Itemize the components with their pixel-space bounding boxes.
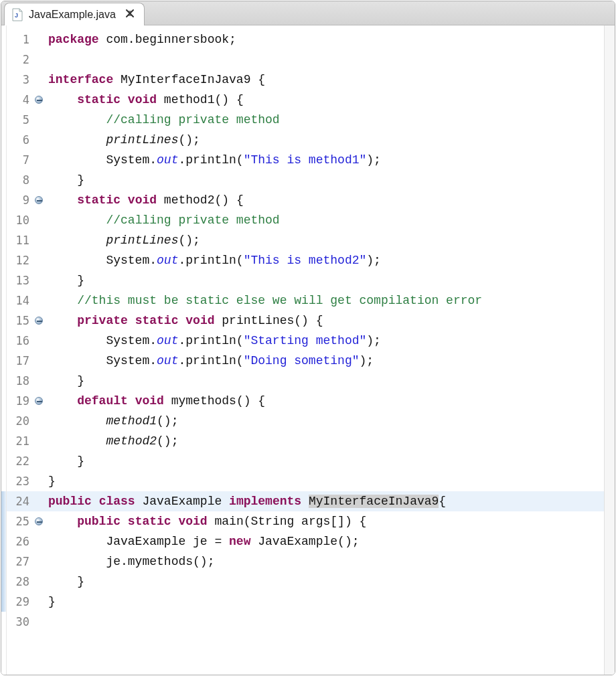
code-line[interactable]: 9 static void method2() {	[7, 190, 604, 210]
code-line[interactable]: 7 System.out.println("This is method1");	[7, 150, 604, 170]
code-text[interactable]: System.out.println("Starting method");	[44, 331, 604, 351]
code-line[interactable]: 27 je.mymethods();	[7, 552, 604, 572]
line-number: 15	[7, 314, 33, 327]
fold-collapse-icon[interactable]	[35, 196, 43, 204]
code-text[interactable]: }	[44, 451, 604, 471]
code-line[interactable]: 2	[7, 50, 604, 70]
code-text[interactable]: }	[44, 270, 604, 290]
line-number: 28	[7, 575, 33, 588]
code-text[interactable]: }	[44, 371, 604, 391]
code-line[interactable]: 21 method2();	[7, 431, 604, 451]
code-line[interactable]: 20 method1();	[7, 411, 604, 431]
editor-frame: J JavaExample.java 1package com.beginner…	[1, 1, 615, 675]
line-number: 8	[7, 173, 33, 187]
code-text[interactable]: je.mymethods();	[44, 552, 604, 572]
code-text[interactable]: package com.beginnersbook;	[44, 29, 604, 50]
code-lines[interactable]: 1package com.beginnersbook;23interface M…	[7, 25, 604, 675]
line-number: 5	[7, 113, 33, 126]
code-text[interactable]: method1();	[44, 411, 604, 431]
code-text[interactable]: static void method2() {	[44, 190, 604, 210]
code-line[interactable]: 19 default void mymethods() {	[7, 391, 604, 411]
line-number: 3	[7, 73, 33, 86]
code-line[interactable]: 30	[7, 612, 604, 632]
line-number: 20	[7, 414, 33, 428]
code-text[interactable]: default void mymethods() {	[44, 391, 604, 411]
fold-collapse-icon[interactable]	[35, 317, 43, 325]
line-number: 19	[7, 394, 33, 408]
line-number: 23	[7, 475, 33, 488]
line-number: 4	[7, 93, 33, 106]
code-text[interactable]: }	[44, 471, 604, 491]
code-line[interactable]: 15 private static void printLines() {	[7, 311, 604, 331]
code-line[interactable]: 24public class JavaExample implements My…	[7, 491, 604, 511]
code-line[interactable]: 25 public static void main(String args[]…	[7, 511, 604, 531]
fold-gutter[interactable]	[33, 517, 44, 525]
code-text[interactable]: public static void main(String args[]) {	[44, 511, 604, 531]
code-line[interactable]: 3interface MyInterfaceInJava9 {	[7, 70, 604, 90]
svg-text:J: J	[15, 12, 18, 19]
file-tab[interactable]: J JavaExample.java	[4, 3, 145, 25]
fold-gutter[interactable]	[33, 317, 44, 325]
fold-collapse-icon[interactable]	[35, 397, 43, 405]
code-line[interactable]: 12 System.out.println("This is method2")…	[7, 250, 604, 270]
line-number: 24	[7, 495, 33, 508]
code-text[interactable]: //calling private method	[44, 210, 604, 230]
code-line[interactable]: 4 static void method1() {	[7, 90, 604, 110]
line-number: 30	[7, 615, 33, 628]
code-text[interactable]: System.out.println("This is method2");	[44, 250, 604, 270]
line-number: 12	[7, 254, 33, 267]
line-number: 25	[7, 515, 33, 528]
code-text[interactable]: System.out.println("Doing someting");	[44, 351, 604, 371]
code-text[interactable]: printLines();	[44, 230, 604, 250]
code-line[interactable]: 28 }	[7, 572, 604, 592]
line-number: 9	[7, 193, 33, 207]
code-line[interactable]: 17 System.out.println("Doing someting");	[7, 351, 604, 371]
line-number: 11	[7, 234, 33, 247]
code-text[interactable]: }	[44, 592, 604, 612]
code-line[interactable]: 5 //calling private method	[7, 110, 604, 130]
fold-gutter[interactable]	[33, 96, 44, 104]
line-number: 18	[7, 374, 33, 388]
code-text[interactable]: //this must be static else we will get c…	[44, 290, 604, 311]
code-line[interactable]: 23}	[7, 471, 604, 491]
code-text[interactable]: public class JavaExample implements MyIn…	[44, 491, 604, 511]
line-number: 10	[7, 214, 33, 227]
code-line[interactable]: 18 }	[7, 371, 604, 391]
code-text[interactable]: System.out.println("This is method1");	[44, 150, 604, 170]
line-number: 1	[7, 33, 33, 46]
code-line[interactable]: 1package com.beginnersbook;	[7, 29, 604, 50]
code-text[interactable]: static void method1() {	[44, 90, 604, 110]
code-text[interactable]: }	[44, 572, 604, 592]
code-line[interactable]: 16 System.out.println("Starting method")…	[7, 331, 604, 351]
code-text[interactable]: private static void printLines() {	[44, 311, 604, 331]
fold-gutter[interactable]	[33, 397, 44, 405]
line-number: 21	[7, 434, 33, 448]
left-ruler	[1, 25, 7, 675]
vertical-scrollbar[interactable]	[604, 25, 615, 675]
code-text[interactable]: method2();	[44, 431, 604, 451]
fold-gutter[interactable]	[33, 196, 44, 204]
code-line[interactable]: 26 JavaExample je = new JavaExample();	[7, 531, 604, 552]
code-line[interactable]: 8 }	[7, 170, 604, 190]
code-line[interactable]: 13 }	[7, 270, 604, 290]
line-number: 26	[7, 535, 33, 548]
code-text[interactable]: JavaExample je = new JavaExample();	[44, 531, 604, 552]
code-text[interactable]: }	[44, 170, 604, 190]
fold-collapse-icon[interactable]	[35, 517, 43, 525]
line-number: 17	[7, 354, 33, 367]
code-text[interactable]: interface MyInterfaceInJava9 {	[44, 70, 604, 90]
close-icon[interactable]	[125, 7, 135, 21]
fold-collapse-icon[interactable]	[35, 96, 43, 104]
code-line[interactable]: 22 }	[7, 451, 604, 471]
code-line[interactable]: 10 //calling private method	[7, 210, 604, 230]
code-line[interactable]: 6 printLines();	[7, 130, 604, 150]
line-number: 27	[7, 555, 33, 568]
line-number: 22	[7, 454, 33, 468]
code-text[interactable]: //calling private method	[44, 110, 604, 130]
tab-filename: JavaExample.java	[29, 9, 116, 21]
line-number: 14	[7, 294, 33, 307]
code-line[interactable]: 14 //this must be static else we will ge…	[7, 290, 604, 311]
code-line[interactable]: 11 printLines();	[7, 230, 604, 250]
code-text[interactable]: printLines();	[44, 130, 604, 150]
code-line[interactable]: 29}	[7, 592, 604, 612]
